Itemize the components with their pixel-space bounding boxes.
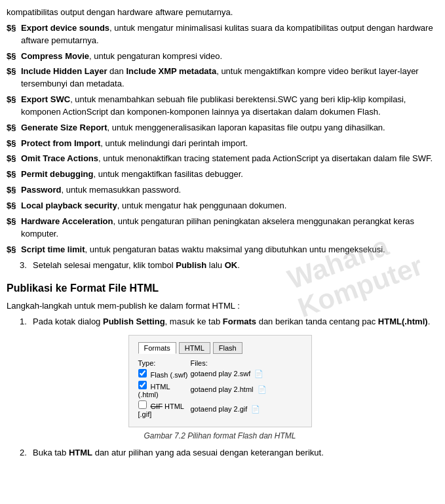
list-item: $§ Export device sounds, untuk mengatur … [7, 22, 433, 47]
item-bold: Export device sounds [21, 23, 109, 33]
item-bold: Password [21, 185, 61, 195]
bullet-icon: $§ [7, 216, 18, 228]
step-text: Setelah selesai mengatur, klik tombol Pu… [33, 260, 433, 272]
figure-inner: Type: Files: Flash (.swf) gotaend play 2… [138, 359, 302, 418]
item-bold: Protect from Import [21, 138, 100, 148]
bullet-icon: $§ [7, 22, 18, 35]
bullet-icon: $§ [7, 138, 18, 150]
list-item: $§ Include Hidden Layer dan Include XMP … [7, 66, 433, 90]
keyword-ok: OK [225, 260, 238, 270]
step-text: Buka tab HTML dan atur pilihan yang ada … [33, 447, 433, 459]
bullet-icon: $§ [7, 184, 18, 197]
checkbox-gif[interactable] [138, 400, 147, 409]
list-item: $§ Hardware Acceleration, untuk pengatur… [7, 216, 433, 241]
figure-header-row: Type: Files: [138, 359, 302, 367]
figure-image: Formats HTML Flash Type: Files: Flash (.… [128, 335, 312, 427]
item-bold: Omit Trace Actions [21, 153, 98, 163]
tab-html[interactable]: HTML [179, 342, 210, 354]
item-bold: Compress Movie [21, 51, 89, 61]
figure-tabs: Formats HTML Flash [138, 342, 302, 354]
keyword-html: HTML(.html) [378, 317, 428, 326]
list-item: $§ Local playback security, untuk mengat… [7, 200, 433, 212]
keyword-publish: Publish [176, 260, 206, 270]
tab-formats[interactable]: Formats [138, 342, 176, 354]
figure-data-row-3: GIF HTML [.gif] gotaend play 2.gif 📄 [138, 400, 302, 418]
bullet-icon: $§ [7, 94, 18, 106]
numbered-list-step2: 2. Buka tab HTML dan atur pilihan yang a… [20, 447, 433, 459]
item-bold: Hardware Acceleration [21, 216, 113, 226]
bullet-list: $§ Export device sounds, untuk mengatur … [7, 22, 433, 256]
item-bold: Permit debugging [21, 169, 94, 179]
item-bold: Generate Size Report [21, 123, 107, 132]
figure-data-row-1: Flash (.swf) gotaend play 2.swf 📄 [138, 369, 302, 379]
top-continuation: kompatibilitas output dengan hardware af… [7, 7, 433, 19]
keyword-publish-setting: Publish Setting [103, 317, 165, 326]
list-item: $§ Omit Trace Actions, untuk menonaktifk… [7, 153, 433, 165]
list-item: $§ Protect from Import, untuk melindungi… [7, 138, 433, 150]
list-item: $§ Export SWC, untuk menambahkan sebuah … [7, 94, 433, 119]
numbered-item-3: 3. Setelah selesai mengatur, klik tombol… [20, 260, 433, 272]
figure-caption: Gambar 7.2 Pilihan format Flash dan HTML [144, 431, 296, 440]
step-number: 3. [20, 260, 33, 272]
list-item: $§ Script time limit, untuk pengaturan b… [7, 244, 433, 256]
bullet-icon: $§ [7, 153, 18, 165]
bullet-icon: $§ [7, 66, 18, 78]
section-heading-html: Publikasi ke Format File HTML [7, 281, 433, 296]
file-value-gif: gotaend play 2.gif 📄 [191, 405, 302, 414]
checkbox-swf[interactable] [138, 369, 147, 378]
bullet-icon: $§ [7, 122, 18, 134]
main-content: kompatibilitas output dengan hardware af… [7, 7, 433, 459]
figure-container: Formats HTML Flash Type: Files: Flash (.… [20, 335, 420, 440]
step-number: 1. [20, 316, 33, 328]
files-label: Files: [191, 359, 302, 367]
item-bold-2: Include XMP metadata [126, 66, 216, 76]
bullet-icon: $§ [7, 200, 18, 212]
step-text: Pada kotak dialog Publish Setting, masuk… [33, 316, 433, 328]
numbered-list-step3: 3. Setelah selesai mengatur, klik tombol… [20, 260, 433, 272]
item-bold: Script time limit [21, 244, 85, 254]
numbered-item-2: 2. Buka tab HTML dan atur pilihan yang a… [20, 447, 433, 459]
numbered-list-html: 1. Pada kotak dialog Publish Setting, ma… [20, 316, 433, 328]
file-value-swf: gotaend play 2.swf 📄 [191, 370, 302, 378]
list-item: $§ Generate Size Report, untuk menggener… [7, 122, 433, 134]
figure-data-row-2: HTML (.html) gotaend play 2.html 📄 [138, 381, 302, 398]
bullet-icon: $§ [7, 244, 18, 256]
keyword-html-tab: HTML [69, 448, 92, 457]
item-bold: Local playback security [21, 201, 117, 210]
item-bold: Include Hidden Layer [21, 66, 107, 76]
keyword-formats: Formats [223, 317, 256, 326]
numbered-item-1: 1. Pada kotak dialog Publish Setting, ma… [20, 316, 433, 328]
list-item: $§ Permit debugging, untuk mengaktifkan … [7, 168, 433, 181]
bullet-icon: $§ [7, 168, 18, 181]
item-bold: Export SWC [21, 94, 70, 104]
step-number: 2. [20, 447, 33, 459]
bullet-icon: $§ [7, 50, 18, 63]
list-item: $§ Password, untuk memasukkan password. [7, 184, 433, 197]
checkbox-html[interactable] [138, 381, 147, 389]
type-label: Type: [138, 359, 191, 367]
list-item: $§ Compress Movie, untuk pengaturan komp… [7, 50, 433, 63]
file-value-html: gotaend play 2.html 📄 [191, 385, 302, 394]
tab-flash[interactable]: Flash [213, 342, 242, 354]
intro-text: Langkah-langkah untuk mem-publish ke dal… [7, 300, 433, 313]
